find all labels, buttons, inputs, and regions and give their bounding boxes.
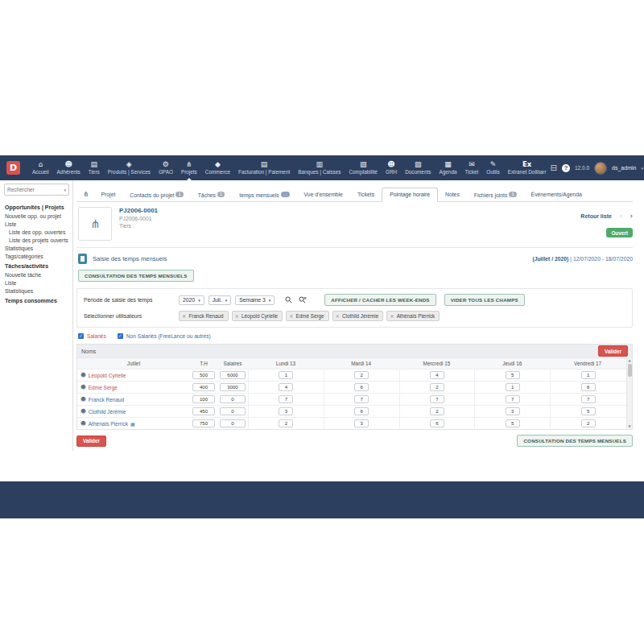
sidebar-item[interactable]: Statistiques (0, 244, 72, 252)
project-icon-tab[interactable]: ⋔ (78, 187, 94, 201)
day-input[interactable] (506, 419, 520, 427)
tab-tickets[interactable]: Tickets (350, 188, 382, 201)
table-scrollbar[interactable]: ▲ ▼ (626, 357, 632, 429)
user-tag[interactable]: ×Léopold Cyrielle (232, 311, 283, 321)
clear-all-fields-button[interactable]: VIDER TOUS LES CHAMPS (444, 294, 525, 306)
day-input[interactable] (279, 407, 293, 415)
remove-user-icon[interactable]: × (289, 313, 293, 320)
tab-temps-mensuels[interactable]: temps mensuels... (232, 188, 296, 202)
salaries-checkbox[interactable]: ✓ Salariés (78, 333, 106, 339)
salary-input[interactable] (220, 419, 246, 427)
th-input[interactable] (192, 395, 215, 403)
dolibarr-logo[interactable]: D (6, 161, 20, 175)
consult-monthly-times-button[interactable]: CONSULTATION DES TEMPS MENSUELS (78, 270, 194, 282)
project-ref-link[interactable]: PJ2006-0001 (119, 207, 158, 214)
day-input[interactable] (279, 419, 293, 427)
day-input[interactable] (354, 371, 369, 379)
nav-item-banks[interactable]: ▥Banques | Caisses (294, 155, 345, 180)
th-input[interactable] (192, 419, 215, 427)
tab-notes[interactable]: Notes (438, 188, 467, 201)
day-input[interactable] (279, 371, 293, 379)
nav-item-commerce[interactable]: ◆Commerce (201, 155, 234, 180)
nav-item-projects[interactable]: ⋔Projets (177, 155, 201, 180)
help-icon[interactable]: ? (562, 164, 570, 172)
tab-contacts-du-projet[interactable]: Contacts du projet1 (122, 188, 190, 202)
tab-vue-d-ensemble[interactable]: Vue d'ensemble (297, 188, 350, 201)
user-name-link[interactable]: Clothild Jérémie (89, 409, 126, 415)
user-name-link[interactable]: Franck Renaud (89, 397, 124, 402)
nav-item-billing[interactable]: ▤Facturation | Paiement (234, 155, 294, 180)
nav-item-thirdparties[interactable]: ▤Tiers (85, 155, 104, 180)
day-input[interactable] (506, 395, 520, 403)
nav-item-agenda[interactable]: ▦Agenda (435, 155, 460, 180)
tab--v-nements-agenda[interactable]: Événements/Agenda (524, 188, 589, 201)
back-to-list-link[interactable]: Retour liste (580, 213, 612, 219)
nav-item-ticket[interactable]: ✉Ticket (461, 155, 483, 180)
search-input[interactable] (7, 187, 64, 192)
day-input[interactable] (430, 383, 444, 391)
consult-monthly-times-button-bottom[interactable]: CONSULTATION DES TEMPS MENSUELS (517, 435, 633, 447)
user-tag[interactable]: ×Clothild Jérémie (332, 311, 384, 321)
scroll-up-icon[interactable]: ▲ (628, 358, 630, 362)
chevron-down-icon[interactable]: ▾ (64, 188, 66, 192)
scrollbar-thumb[interactable] (628, 364, 632, 377)
day-input[interactable] (354, 419, 369, 427)
sidebar-item[interactable]: Liste des opp. ouvertes (0, 228, 72, 236)
year-select[interactable]: 2020▾ (179, 295, 204, 305)
day-input[interactable] (430, 407, 444, 415)
day-input[interactable] (581, 419, 596, 427)
scroll-down-icon[interactable]: ▼ (628, 424, 630, 428)
day-input[interactable] (354, 395, 369, 403)
th-input[interactable] (192, 383, 215, 391)
chevron-down-icon[interactable]: ▾ (641, 166, 643, 171)
salary-input[interactable] (220, 407, 246, 415)
non-salaries-checkbox[interactable]: ✓ Non Salariés (FreeLance ou autres) (118, 333, 211, 339)
day-input[interactable] (581, 383, 596, 391)
tab-pointage-horaire[interactable]: Pointage horaire (382, 188, 438, 202)
nav-item-hr[interactable]: ☻GRH (382, 155, 401, 180)
user-name-link[interactable]: Athénaïs Pierrick (89, 421, 128, 427)
nav-item-members[interactable]: ☻Adhérents (53, 155, 85, 180)
th-input[interactable] (192, 371, 215, 379)
nav-item-accounting[interactable]: ▧Comptabilité (345, 155, 382, 180)
day-input[interactable] (354, 383, 369, 391)
day-input[interactable] (506, 383, 520, 391)
salary-input[interactable] (220, 371, 246, 379)
tab-projet[interactable]: Projet (94, 188, 123, 201)
day-input[interactable] (354, 407, 369, 415)
sidebar-item[interactable]: Liste (0, 220, 72, 228)
nav-item-documents[interactable]: ▨Documents (401, 155, 435, 180)
print-icon[interactable]: ⊟ (551, 163, 557, 172)
nav-item-extranet[interactable]: ExExtranet Dolibarr (504, 155, 551, 180)
user-menu[interactable]: ds_admin (612, 165, 636, 171)
validate-button-bottom[interactable]: Valider (76, 436, 106, 447)
search-icon[interactable] (285, 296, 292, 303)
day-input[interactable] (279, 395, 293, 403)
salary-input[interactable] (220, 383, 246, 391)
remove-user-icon[interactable]: × (182, 313, 186, 320)
sidebar-item[interactable]: Liste (0, 279, 72, 287)
day-input[interactable] (279, 383, 293, 391)
week-select[interactable]: Semaine 3▾ (235, 295, 275, 305)
remove-user-icon[interactable]: × (235, 313, 239, 320)
tab-t-ches[interactable]: Tâches1 (191, 188, 233, 202)
user-tag[interactable]: ×Edmé Serge (286, 311, 328, 321)
day-input[interactable] (581, 395, 596, 403)
day-input[interactable] (506, 407, 520, 415)
sidebar-item[interactable]: Statistiques (0, 287, 72, 295)
sidebar-item[interactable]: Liste des projets ouverts (0, 236, 72, 244)
nav-item-tools[interactable]: ✎Outils (482, 155, 503, 180)
toggle-weekends-button[interactable]: AFFICHER / CACHER LES WEEK-ENDS (324, 294, 436, 306)
remove-user-icon[interactable]: × (390, 313, 394, 320)
avatar[interactable] (594, 162, 607, 175)
th-input[interactable] (192, 407, 215, 415)
month-select[interactable]: Juil.▾ (208, 295, 232, 305)
sidebar-item[interactable]: Nouvelle tâche (0, 270, 72, 279)
day-input[interactable] (430, 419, 444, 427)
nav-item-products[interactable]: ◈Produits | Services (104, 155, 155, 180)
day-input[interactable] (430, 371, 444, 379)
sidebar-item[interactable]: Nouvelle opp. ou projet (0, 212, 72, 220)
nav-item-home[interactable]: ⌂Accueil (28, 155, 53, 180)
user-tag[interactable]: ×Athénaïs Pierrick (386, 311, 440, 321)
day-input[interactable] (430, 395, 444, 403)
